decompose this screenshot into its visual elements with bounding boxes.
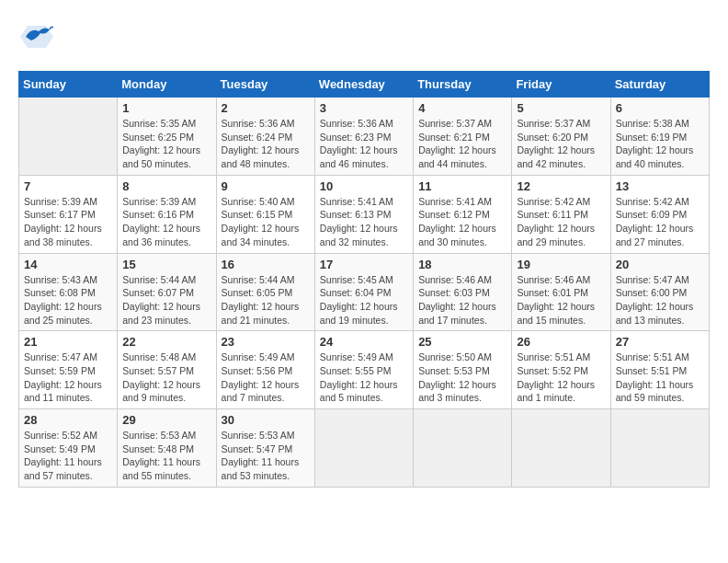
- day-info: Sunrise: 5:51 AMSunset: 5:52 PMDaylight:…: [517, 350, 605, 405]
- calendar-week-row: 14Sunrise: 5:43 AMSunset: 6:08 PMDayligh…: [19, 253, 710, 331]
- day-number: 8: [122, 179, 210, 193]
- logo: [18, 18, 57, 57]
- day-number: 16: [222, 258, 310, 271]
- day-number: 21: [24, 335, 112, 349]
- day-number: 11: [418, 179, 506, 193]
- day-info: Sunrise: 5:49 AMSunset: 5:56 PMDaylight:…: [222, 350, 310, 405]
- day-number: 24: [320, 335, 408, 349]
- day-number: 10: [320, 179, 408, 193]
- day-info: Sunrise: 5:39 AMSunset: 6:16 PMDaylight:…: [122, 195, 210, 249]
- calendar-header-thursday: Thursday: [414, 72, 512, 98]
- day-info: Sunrise: 5:45 AMSunset: 6:04 PMDaylight:…: [320, 273, 408, 327]
- day-info: Sunrise: 5:44 AMSunset: 6:05 PMDaylight:…: [222, 273, 310, 327]
- calendar-cell: 1Sunrise: 5:35 AMSunset: 6:25 PMDaylight…: [118, 98, 216, 176]
- logo-icon: [18, 18, 53, 57]
- calendar-cell: 29Sunrise: 5:53 AMSunset: 5:48 PMDayligh…: [118, 409, 216, 488]
- calendar-cell: 27Sunrise: 5:51 AMSunset: 5:51 PMDayligh…: [610, 331, 709, 409]
- calendar-cell: 22Sunrise: 5:48 AMSunset: 5:57 PMDayligh…: [118, 331, 216, 409]
- calendar-cell: 18Sunrise: 5:46 AMSunset: 6:03 PMDayligh…: [414, 253, 512, 331]
- day-info: Sunrise: 5:53 AMSunset: 5:47 PMDaylight:…: [222, 429, 310, 483]
- day-number: 28: [24, 413, 112, 427]
- day-number: 18: [418, 258, 506, 271]
- day-info: Sunrise: 5:52 AMSunset: 5:49 PMDaylight:…: [24, 429, 112, 483]
- day-info: Sunrise: 5:37 AMSunset: 6:20 PMDaylight:…: [517, 117, 605, 171]
- calendar-cell: 3Sunrise: 5:36 AMSunset: 6:23 PMDaylight…: [314, 98, 413, 176]
- day-info: Sunrise: 5:48 AMSunset: 5:57 PMDaylight:…: [122, 350, 210, 405]
- calendar-header-row: SundayMondayTuesdayWednesdayThursdayFrid…: [19, 72, 710, 98]
- calendar-week-row: 21Sunrise: 5:47 AMSunset: 5:59 PMDayligh…: [19, 331, 710, 409]
- calendar-header-monday: Monday: [118, 72, 216, 98]
- day-number: 17: [320, 258, 408, 271]
- day-number: 25: [418, 335, 506, 349]
- calendar-cell: [414, 409, 512, 488]
- day-info: Sunrise: 5:38 AMSunset: 6:19 PMDaylight:…: [616, 117, 704, 171]
- calendar-header-friday: Friday: [512, 72, 610, 98]
- calendar-header-wednesday: Wednesday: [314, 72, 413, 98]
- day-number: 20: [616, 258, 704, 271]
- calendar-cell: 9Sunrise: 5:40 AMSunset: 6:15 PMDaylight…: [216, 175, 314, 253]
- calendar-header-tuesday: Tuesday: [216, 72, 314, 98]
- calendar-cell: 28Sunrise: 5:52 AMSunset: 5:49 PMDayligh…: [19, 409, 118, 488]
- day-info: Sunrise: 5:42 AMSunset: 6:11 PMDaylight:…: [517, 195, 605, 249]
- calendar-cell: 15Sunrise: 5:44 AMSunset: 6:07 PMDayligh…: [118, 253, 216, 331]
- day-info: Sunrise: 5:43 AMSunset: 6:08 PMDaylight:…: [24, 273, 112, 327]
- calendar-week-row: 1Sunrise: 5:35 AMSunset: 6:25 PMDaylight…: [19, 98, 710, 176]
- day-number: 27: [616, 335, 704, 349]
- day-info: Sunrise: 5:35 AMSunset: 6:25 PMDaylight:…: [122, 117, 210, 171]
- day-info: Sunrise: 5:36 AMSunset: 6:24 PMDaylight:…: [222, 117, 310, 171]
- calendar-cell: 10Sunrise: 5:41 AMSunset: 6:13 PMDayligh…: [314, 175, 413, 253]
- calendar-week-row: 28Sunrise: 5:52 AMSunset: 5:49 PMDayligh…: [19, 409, 710, 488]
- calendar-cell: [19, 98, 118, 176]
- day-info: Sunrise: 5:51 AMSunset: 5:51 PMDaylight:…: [616, 350, 704, 405]
- day-info: Sunrise: 5:46 AMSunset: 6:01 PMDaylight:…: [517, 273, 605, 327]
- day-number: 22: [122, 335, 210, 349]
- calendar-cell: 12Sunrise: 5:42 AMSunset: 6:11 PMDayligh…: [512, 175, 610, 253]
- calendar-cell: 6Sunrise: 5:38 AMSunset: 6:19 PMDaylight…: [610, 98, 709, 176]
- calendar-cell: 11Sunrise: 5:41 AMSunset: 6:12 PMDayligh…: [414, 175, 512, 253]
- day-info: Sunrise: 5:50 AMSunset: 5:53 PMDaylight:…: [418, 350, 506, 405]
- calendar-cell: 26Sunrise: 5:51 AMSunset: 5:52 PMDayligh…: [512, 331, 610, 409]
- day-info: Sunrise: 5:46 AMSunset: 6:03 PMDaylight:…: [418, 273, 506, 327]
- day-number: 4: [418, 101, 506, 115]
- calendar-cell: [314, 409, 413, 488]
- day-info: Sunrise: 5:44 AMSunset: 6:07 PMDaylight:…: [122, 273, 210, 327]
- calendar-cell: 21Sunrise: 5:47 AMSunset: 5:59 PMDayligh…: [19, 331, 118, 409]
- day-number: 13: [616, 179, 704, 193]
- day-info: Sunrise: 5:37 AMSunset: 6:21 PMDaylight:…: [418, 117, 506, 171]
- day-number: 1: [122, 101, 210, 115]
- calendar-cell: 5Sunrise: 5:37 AMSunset: 6:20 PMDaylight…: [512, 98, 610, 176]
- day-number: 15: [122, 258, 210, 271]
- calendar-cell: 30Sunrise: 5:53 AMSunset: 5:47 PMDayligh…: [216, 409, 314, 488]
- calendar-cell: 8Sunrise: 5:39 AMSunset: 6:16 PMDaylight…: [118, 175, 216, 253]
- day-info: Sunrise: 5:42 AMSunset: 6:09 PMDaylight:…: [616, 195, 704, 249]
- day-info: Sunrise: 5:39 AMSunset: 6:17 PMDaylight:…: [24, 195, 112, 249]
- calendar-cell: 23Sunrise: 5:49 AMSunset: 5:56 PMDayligh…: [216, 331, 314, 409]
- day-number: 30: [222, 413, 310, 427]
- day-info: Sunrise: 5:53 AMSunset: 5:48 PMDaylight:…: [122, 429, 210, 483]
- calendar-week-row: 7Sunrise: 5:39 AMSunset: 6:17 PMDaylight…: [19, 175, 710, 253]
- calendar-cell: 4Sunrise: 5:37 AMSunset: 6:21 PMDaylight…: [414, 98, 512, 176]
- calendar-cell: 16Sunrise: 5:44 AMSunset: 6:05 PMDayligh…: [216, 253, 314, 331]
- calendar-cell: 19Sunrise: 5:46 AMSunset: 6:01 PMDayligh…: [512, 253, 610, 331]
- calendar-table: SundayMondayTuesdayWednesdayThursdayFrid…: [18, 71, 710, 488]
- day-info: Sunrise: 5:40 AMSunset: 6:15 PMDaylight:…: [222, 195, 310, 249]
- day-number: 6: [616, 101, 704, 115]
- calendar-cell: 2Sunrise: 5:36 AMSunset: 6:24 PMDaylight…: [216, 98, 314, 176]
- calendar-header-saturday: Saturday: [610, 72, 709, 98]
- page-header: [18, 18, 710, 57]
- day-info: Sunrise: 5:41 AMSunset: 6:12 PMDaylight:…: [418, 195, 506, 249]
- calendar-cell: 17Sunrise: 5:45 AMSunset: 6:04 PMDayligh…: [314, 253, 413, 331]
- calendar-cell: 14Sunrise: 5:43 AMSunset: 6:08 PMDayligh…: [19, 253, 118, 331]
- day-number: 29: [122, 413, 210, 427]
- calendar-header-sunday: Sunday: [19, 72, 118, 98]
- day-number: 7: [24, 179, 112, 193]
- day-number: 9: [222, 179, 310, 193]
- calendar-cell: [610, 409, 709, 488]
- day-number: 23: [222, 335, 310, 349]
- day-info: Sunrise: 5:41 AMSunset: 6:13 PMDaylight:…: [320, 195, 408, 249]
- day-number: 3: [320, 101, 408, 115]
- day-number: 14: [24, 258, 112, 271]
- calendar-cell: 7Sunrise: 5:39 AMSunset: 6:17 PMDaylight…: [19, 175, 118, 253]
- day-info: Sunrise: 5:47 AMSunset: 6:00 PMDaylight:…: [616, 273, 704, 327]
- calendar-cell: 20Sunrise: 5:47 AMSunset: 6:00 PMDayligh…: [610, 253, 709, 331]
